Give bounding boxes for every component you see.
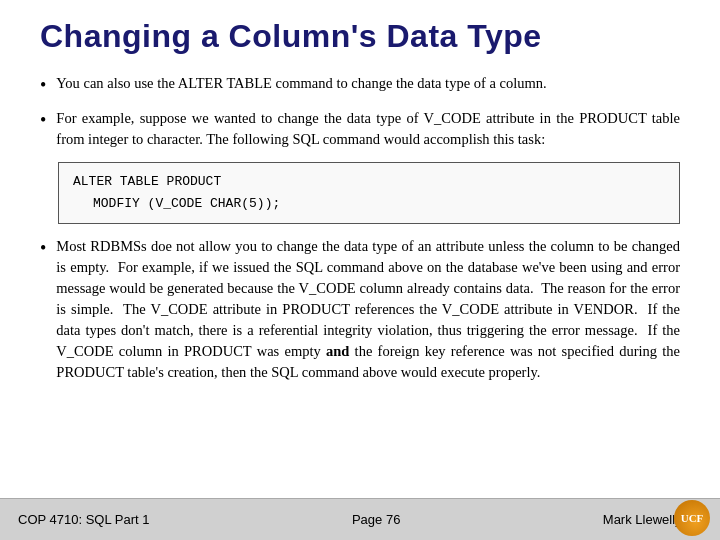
code-line-1: ALTER TABLE PRODUCT [73, 171, 665, 193]
bullet-3-text: Most RDBMSs doe not allow you to change … [56, 236, 680, 383]
bullet-1: • You can also use the ALTER TABLE comma… [40, 73, 680, 96]
footer-center: Page 76 [352, 512, 400, 527]
footer-left: COP 4710: SQL Part 1 [18, 512, 150, 527]
code-block: ALTER TABLE PRODUCT MODFIY (V_CODE CHAR(… [58, 162, 680, 224]
bullet-1-marker: • [40, 75, 46, 96]
ucf-logo: UCF [674, 500, 712, 538]
bold-and: and [326, 343, 349, 359]
footer-bar: COP 4710: SQL Part 1 Page 76 Mark Llewel… [0, 498, 720, 540]
slide-title: Changing a Column's Data Type [40, 18, 680, 55]
bullet-1-text: You can also use the ALTER TABLE command… [56, 73, 546, 94]
bullet-2-text: For example, suppose we wanted to change… [56, 108, 680, 150]
bullet-3: • Most RDBMSs doe not allow you to chang… [40, 236, 680, 383]
code-line-2: MODFIY (V_CODE CHAR(5)); [73, 193, 665, 215]
slide: Changing a Column's Data Type • You can … [0, 0, 720, 540]
bullet-2-marker: • [40, 110, 46, 131]
logo-circle: UCF [674, 500, 710, 536]
bullet-2: • For example, suppose we wanted to chan… [40, 108, 680, 150]
bullet-3-marker: • [40, 238, 46, 259]
